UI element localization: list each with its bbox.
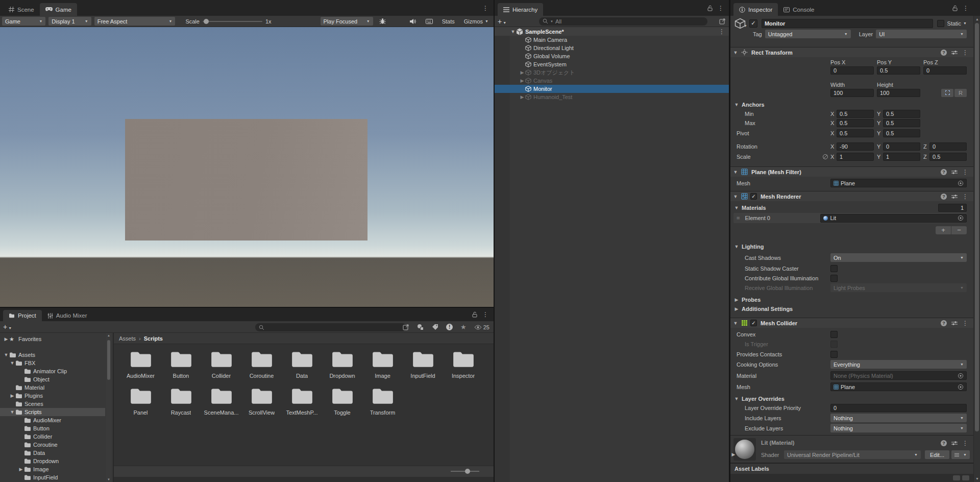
project-tree-item-button[interactable]: ▶ ★ Button [0, 424, 105, 432]
foldout-icon[interactable]: ▶ [519, 78, 525, 83]
folder-collider[interactable]: Collider [201, 349, 241, 379]
anchors-foldout[interactable]: ▼Anchors [733, 100, 967, 109]
scale-slider[interactable] [203, 21, 262, 22]
width-field[interactable]: 100 [830, 89, 874, 97]
foldout-icon[interactable]: ▼ [9, 409, 15, 415]
provides-contacts-checkbox[interactable] [830, 351, 838, 358]
presets-icon[interactable] [951, 194, 958, 200]
game-viewport[interactable] [0, 27, 494, 307]
asset-label-menu-button[interactable] [962, 475, 969, 480]
component-menu-icon[interactable]: ⋮ [962, 49, 968, 56]
height-field[interactable]: 100 [877, 89, 920, 97]
tab-game[interactable]: Game [40, 3, 77, 16]
rect-transform-header[interactable]: ▼ Rect Transform ? ⋮ [730, 47, 973, 57]
hierarchy-item-humanoid_test[interactable]: ▶ Humanoid_Test [495, 93, 729, 101]
component-menu-icon[interactable]: ⋮ [962, 193, 968, 200]
mute-audio-button[interactable] [406, 17, 420, 26]
drag-handle-icon[interactable]: = [737, 215, 740, 221]
raw-edit-button[interactable]: R [954, 89, 967, 97]
pivot-x-field[interactable]: 0.5 [837, 129, 874, 137]
anchor-max-y-field[interactable]: 0.5 [883, 119, 920, 127]
scroll-down-icon[interactable]: ▼ [974, 477, 980, 480]
folder-dropdown[interactable]: Dropdown [322, 349, 362, 379]
open-in-search-icon[interactable] [403, 324, 409, 330]
folder-scenemana[interactable]: SceneMana... [201, 386, 241, 416]
hierarchy-item-main-camera[interactable]: ▶ Main Camera [495, 36, 729, 44]
scale-z-field[interactable]: 0.5 [929, 153, 967, 161]
scroll-up-icon[interactable]: ▲ [106, 334, 111, 337]
project-tree-item-material[interactable]: ▶ ★ Material [0, 383, 105, 392]
folder-button[interactable]: Button [161, 349, 201, 379]
exclude-layers-dropdown[interactable]: Nothing▼ [830, 424, 967, 432]
folder-audiomixer[interactable]: AudioMixer [120, 349, 161, 379]
inspector-menu-icon[interactable]: ⋮ [963, 5, 969, 12]
scale-y-field[interactable]: 1 [883, 153, 920, 161]
rotation-x-field[interactable]: -90 [837, 142, 874, 151]
scene-row[interactable]: ▼ SampleScene* ⋮ [495, 27, 729, 36]
tab-project[interactable]: Project [3, 310, 42, 321]
pos-y-field[interactable]: 0.5 [877, 66, 920, 75]
foldout-icon[interactable]: ▼ [3, 352, 9, 357]
help-icon[interactable]: ? [941, 50, 947, 56]
project-tree-item-object[interactable]: ▶ ★ Object [0, 375, 105, 383]
material-preview-thumb[interactable] [733, 438, 756, 461]
object-picker-icon[interactable] [958, 180, 964, 186]
scroll-up-icon[interactable]: ▲ [974, 17, 980, 21]
folder-textmeshp[interactable]: TextMeshP... [282, 386, 322, 416]
zoom-slider-knob[interactable] [465, 469, 470, 474]
renderer-enabled-checkbox[interactable]: ✓ [750, 193, 757, 200]
pos-x-field[interactable]: 0 [830, 66, 874, 75]
tab-console[interactable]: Console [778, 3, 820, 16]
include-layers-dropdown[interactable]: Nothing▼ [830, 414, 967, 422]
scroll-down-icon[interactable]: ▼ [106, 478, 111, 481]
scrollbar-thumb[interactable] [107, 340, 110, 380]
stats-button[interactable]: Stats [439, 17, 458, 26]
label-tag-icon[interactable] [432, 324, 438, 330]
project-tree-item-audiomixer[interactable]: ▶ ★ AudioMixer [0, 416, 105, 424]
scale-slider-knob[interactable] [204, 19, 209, 24]
thumbnail-zoom-slider[interactable] [451, 471, 479, 472]
warning-icon[interactable]: ! [446, 324, 453, 330]
shader-dropdown[interactable]: Universal Render Pipeline/Lit▼ [784, 450, 921, 459]
pos-z-field[interactable]: 0 [923, 66, 967, 75]
anchor-min-x-field[interactable]: 0.5 [837, 110, 874, 118]
collider-mesh-field[interactable]: Plane [830, 382, 967, 391]
asset-label-button[interactable] [953, 475, 960, 480]
hierarchy-item-canvas[interactable]: ▶ Canvas [495, 77, 729, 85]
foldout-icon[interactable]: ▶ [3, 336, 9, 342]
scale-x-field[interactable]: 1 [837, 153, 874, 161]
folder-image[interactable]: Image [362, 349, 403, 379]
debug-bug-button[interactable] [376, 17, 389, 26]
folder-inspector[interactable]: Inspector [443, 349, 483, 379]
remove-material-button[interactable]: − [951, 226, 967, 234]
shader-edit-button[interactable]: Edit... [925, 450, 949, 459]
foldout-icon[interactable]: ▼ [9, 360, 15, 366]
folder-data[interactable]: Data [282, 349, 322, 379]
gameobject-icon-arrow[interactable]: ▼ [744, 24, 747, 28]
material-object-field[interactable]: Lit [820, 214, 967, 223]
hierarchy-menu-icon[interactable]: ⋮ [718, 5, 724, 12]
asset-labels-header[interactable]: Asset Labels [730, 463, 973, 474]
component-menu-icon[interactable]: ⋮ [962, 168, 968, 176]
project-tree-item-scenes[interactable]: ▶ ★ Scenes [0, 400, 105, 408]
hierarchy-item-3dオブジェクト[interactable]: ▶ 3Dオブジェクト [495, 68, 729, 77]
tab-audio-mixer[interactable]: Audio Mixer [42, 310, 93, 321]
hierarchy-item-monitor[interactable]: ▶ Monitor [495, 85, 729, 93]
gizmos-button[interactable]: Gizmos ▼ [461, 17, 492, 26]
mesh-collider-header[interactable]: ▼ ✓ Mesh Collider ? ⋮ [730, 318, 973, 328]
folder-toggle[interactable]: Toggle [322, 386, 362, 416]
asset-shapes-icon[interactable] [417, 324, 424, 330]
breadcrumb-assets[interactable]: Assets [119, 335, 136, 342]
aspect-dropdown[interactable]: Free Aspect▼ [94, 17, 176, 26]
tab-inspector[interactable]: Inspector [733, 3, 778, 16]
tab-hierarchy[interactable]: Hierarchy [498, 3, 543, 16]
project-tree-item-dropdown[interactable]: ▶ ★ Dropdown [0, 457, 105, 465]
inspector-lock-icon[interactable] [952, 5, 958, 11]
tab-scene[interactable]: Scene [3, 3, 40, 16]
folder-scrollview[interactable]: ScrollView [241, 386, 282, 416]
folder-coroutine[interactable]: Coroutine [241, 349, 282, 379]
create-asset-button[interactable]: + ▼ [3, 323, 12, 331]
cooking-options-dropdown[interactable]: Everything▼ [830, 360, 967, 369]
hierarchy-search-input[interactable]: ▼ All [539, 17, 707, 26]
presets-icon[interactable] [951, 440, 958, 446]
